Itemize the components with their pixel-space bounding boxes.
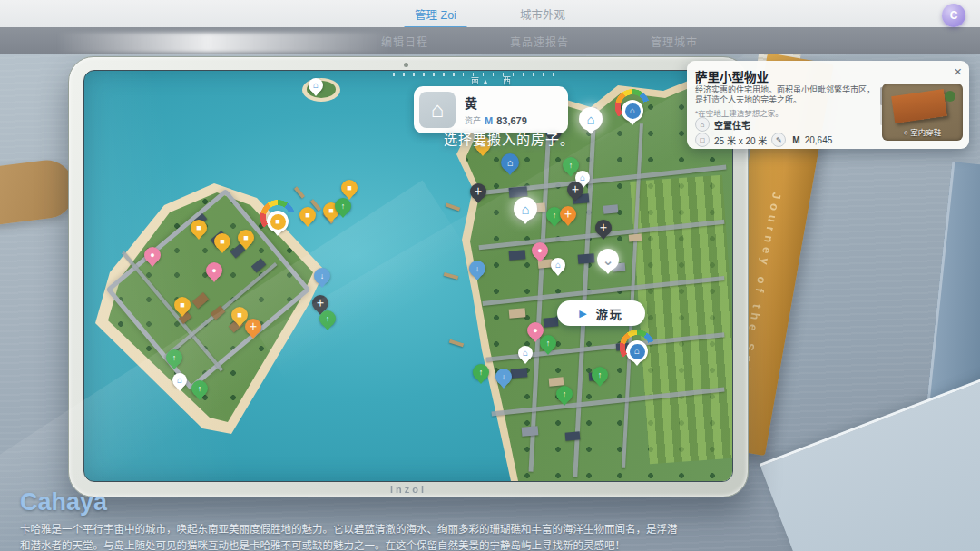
pin-icon: ↓: [475, 265, 480, 273]
pin-icon: ↑: [553, 212, 557, 220]
map-pin-green[interactable]: ↑: [335, 198, 351, 214]
map-pin-house-big[interactable]: ⌂: [514, 197, 537, 221]
map-pin-rainbow-house[interactable]: ⌂: [626, 340, 648, 362]
sub-bar-reflection: [56, 33, 392, 53]
asset-label: 资产: [465, 114, 481, 126]
property-size-row: □ 25 米 x 20 米 ✎ M 20,645: [695, 133, 832, 147]
map-pin-yellow[interactable]: ■: [299, 207, 316, 223]
map-pin-sel[interactable]: ⌄: [597, 249, 619, 271]
map-pin-green[interactable]: ↑: [166, 349, 182, 366]
pin-icon: ↑: [341, 202, 346, 211]
map-pin-green[interactable]: ↑: [319, 310, 336, 327]
pin-icon: ⌂: [507, 158, 514, 168]
top-nav-bar: 管理 Zoi 城市外观: [0, 0, 980, 27]
pin-icon: ↑: [198, 385, 202, 393]
pencil-icon[interactable]: ✎: [771, 133, 786, 147]
map-pin-dark[interactable]: ＋: [312, 295, 328, 311]
city-description-line2: 和潜水者的天堂。与岛上随处可见的猫咪互动也是卡哈雅不可或缺的魅力之一。在这个保留…: [20, 537, 678, 551]
map-pin-yellow[interactable]: ■: [191, 220, 207, 236]
map-pin-blue-house[interactable]: ⌂: [501, 153, 519, 172]
map-pin-pink[interactable]: ●: [144, 247, 161, 263]
ruler-icon: □: [695, 133, 710, 147]
pin-icon: ↑: [172, 354, 177, 362]
pin-icon: ■: [347, 184, 351, 192]
map-pin-blue[interactable]: ↓: [469, 261, 485, 277]
map-pin-house[interactable]: ⌂: [518, 346, 533, 360]
family-assets-row: 资产 M 83,679: [465, 114, 527, 126]
pin-icon: ■: [270, 214, 286, 230]
pin-icon: ■: [243, 234, 248, 242]
currency-icon: M: [485, 115, 493, 126]
pin-icon: ⌂: [555, 261, 561, 270]
sub-tabs: 编辑日程 真品速报告 管理城市: [381, 34, 698, 49]
map-pin-green[interactable]: ↑: [191, 380, 208, 397]
map-pin-yellow[interactable]: ■: [174, 297, 191, 313]
play-button[interactable]: ▶ 游玩: [557, 300, 645, 326]
city-description-line1: 卡哈雅是一个平行宇宙中的城市，唤起东南亚美丽度假胜地的魅力。它以碧蓝清澈的海水、…: [20, 521, 678, 537]
city-map[interactable]: 南 西 ▴ ⌂■■■■■■■●●■■＋↑⌂↑↑↓＋↑■⌂⌂＋⌂⌂↑⌂＋＋↑＋＋●…: [83, 70, 733, 482]
family-house-icon: ⌂: [419, 92, 456, 128]
pin-icon: ⌂: [630, 344, 645, 359]
map-pin-yellow[interactable]: ■: [231, 307, 248, 323]
map-pin-green[interactable]: ↑: [556, 386, 573, 402]
play-icon: ▶: [579, 308, 586, 320]
pin-icon: ⌂: [580, 173, 585, 182]
map-pin-blue[interactable]: ↓: [314, 268, 330, 284]
sub-tab-manage-city[interactable]: 管理城市: [651, 34, 698, 49]
thumbnail-tag: ○ 室内穿鞋: [882, 126, 963, 137]
tablet-device: 南 西 ▴ ⌂■■■■■■■●●■■＋↑⌂↑↑↓＋↑■⌂⌂＋⌂⌂↑⌂＋＋↑＋＋●…: [68, 56, 749, 497]
map-pin-pink[interactable]: ●: [532, 242, 548, 259]
pin-icon: ⌂: [523, 349, 528, 358]
rule-icon: ○: [904, 128, 908, 137]
city-info: Cahaya 卡哈雅是一个平行宇宙中的城市，唤起东南亚美丽度假胜地的魅力。它以碧…: [20, 488, 678, 551]
map-pin-rainbow-yellow[interactable]: ■: [267, 211, 289, 232]
tab-manage-zoi[interactable]: 管理 Zoi: [415, 5, 456, 23]
pin-icon: ↑: [479, 369, 484, 377]
map-pin-yellow[interactable]: ■: [341, 180, 358, 196]
map-pin-dark[interactable]: ＋: [470, 183, 486, 200]
map-pin-green[interactable]: ↑: [592, 367, 608, 383]
map-pin-pink[interactable]: ●: [206, 262, 222, 279]
wooden-board: [0, 157, 77, 228]
map-pin-house[interactable]: ⌂: [551, 258, 565, 272]
sub-tab-report[interactable]: 真品速报告: [510, 34, 569, 49]
map-pin-orange[interactable]: ＋: [245, 319, 261, 335]
sub-tab-schedule[interactable]: 编辑日程: [381, 34, 428, 49]
map-pin-yellow[interactable]: ■: [238, 230, 254, 246]
map-pin-green[interactable]: ↑: [563, 157, 579, 173]
pin-icon: ■: [305, 212, 309, 220]
city-description: 卡哈雅是一个平行宇宙中的城市，唤起东南亚美丽度假胜地的魅力。它以碧蓝清澈的海水、…: [20, 521, 678, 551]
map-pin-rainbow-house[interactable]: ⌂: [622, 100, 643, 122]
map-pin-blue[interactable]: ↓: [495, 369, 512, 385]
family-card: ⌂ 黄 资产 M 83,679: [414, 86, 568, 133]
pin-icon: ⌄: [603, 253, 614, 267]
pin-icon: ＋: [564, 211, 572, 219]
map-pin-pink[interactable]: ●: [527, 322, 544, 339]
property-thumbnail: ○ 室内穿鞋: [882, 84, 963, 141]
canvas-button[interactable]: C: [942, 4, 965, 27]
map-pin-green[interactable]: ↑: [473, 364, 489, 380]
asset-value: 83,679: [496, 115, 527, 126]
pin-icon: ＋: [599, 224, 607, 232]
map-pin-house[interactable]: ⌂: [172, 373, 187, 388]
thumbnail-palm: [945, 91, 956, 102]
map-pin-green[interactable]: ↑: [540, 335, 556, 351]
map-pin-house-big[interactable]: ⌂: [579, 107, 603, 131]
tab-city-appearance[interactable]: 城市外观: [520, 5, 565, 23]
map-pin-house[interactable]: ⌂: [309, 78, 323, 93]
map-pin-dark[interactable]: ＋: [595, 220, 612, 236]
family-name: 黄: [465, 93, 477, 112]
map-pins-layer: ⌂■■■■■■■●●■■＋↑⌂↑↑↓＋↑■⌂⌂＋⌂⌂↑⌂＋＋↑＋＋●⌂↓●↑⌂⌂…: [84, 71, 732, 481]
close-icon[interactable]: ×: [954, 64, 962, 78]
pin-icon: ■: [328, 207, 333, 215]
map-pin-yellow[interactable]: ■: [214, 233, 230, 250]
property-description: 经济实惠的住宅用地。面积虽小但毗邻繁华市区，是打造个人天地的完美之所。: [695, 85, 875, 105]
property-type-label: 空置住宅: [714, 118, 750, 132]
sub-nav-bar: 编辑日程 真品速报告 管理城市: [0, 27, 980, 54]
map-pin-orange[interactable]: ＋: [560, 206, 576, 222]
pin-icon: ↑: [563, 390, 567, 398]
map-pin-dark[interactable]: ＋: [567, 182, 583, 198]
pin-icon: ⌂: [177, 376, 182, 385]
pin-icon: ■: [196, 224, 201, 232]
pin-icon: ＋: [571, 186, 579, 194]
